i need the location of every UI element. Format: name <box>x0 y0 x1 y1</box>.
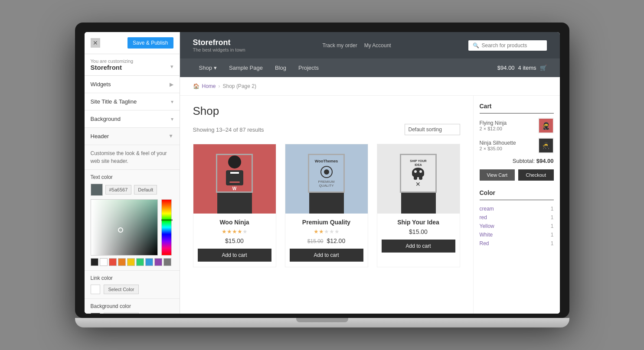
product-woo-ninja-image: W <box>193 144 276 214</box>
menu-item-site-title[interactable]: Site Title & Tagline ▾ <box>85 93 180 110</box>
breadcrumb-sep: › <box>219 83 220 89</box>
swatch-blue[interactable] <box>145 258 153 266</box>
subtotal-row: Subtotal: $94.00 <box>480 158 554 164</box>
cart-item-flying-ninja-img: 🥷 <box>538 118 554 133</box>
checkout-button[interactable]: Checkout <box>518 169 554 181</box>
menu-item-header[interactable]: Header ▲ <box>85 128 180 145</box>
link-color-label: Link color <box>91 275 173 281</box>
star-1: ★ <box>222 228 227 235</box>
breadcrumb: 🏠 Home › Shop (Page 2) <box>180 77 560 96</box>
star-3: ★ <box>232 228 237 235</box>
bg-color-swatch[interactable] <box>91 313 100 314</box>
close-button[interactable]: ✕ <box>91 38 100 48</box>
customizing-section: You are customizing Storefront ▾ <box>85 54 180 76</box>
subtotal-value: $94.00 <box>536 158 554 164</box>
swatch-white[interactable] <box>100 258 108 266</box>
color-name-cream: cream <box>480 206 494 212</box>
menu-shop-arrow: ▾ <box>214 65 217 71</box>
color-name-red: red <box>480 214 487 220</box>
cart-item-flying-ninja-info: Flying Ninja 2 × $12.00 <box>480 120 507 131</box>
customizing-label: You are customizing <box>91 58 173 64</box>
hue-slider[interactable] <box>161 199 172 256</box>
menu-item-header-label: Header <box>91 133 109 139</box>
search-input[interactable] <box>482 42 543 49</box>
text-color-buttons: #5a6567 Default <box>91 184 173 196</box>
swatch-green[interactable] <box>136 258 144 266</box>
product-ship-your-idea: SHIP YOUR IDEA <box>377 144 460 267</box>
add-to-cart-ship[interactable]: Add to cart <box>382 240 455 253</box>
track-order-link[interactable]: Track my order <box>322 42 357 49</box>
color-count-red: 1 <box>551 214 554 220</box>
add-to-cart-woo-ninja[interactable]: Add to cart <box>198 249 271 262</box>
add-to-cart-premium[interactable]: Add to cart <box>290 249 363 262</box>
menu-sample-page[interactable]: Sample Page <box>223 58 269 77</box>
sort-select[interactable]: Default sortingSort by popularitySort by… <box>405 124 460 135</box>
store-nav-links: Track my order My Account <box>322 42 391 49</box>
swatch-red[interactable] <box>109 258 117 266</box>
cart-info[interactable]: $94.00 4 items 🛒 <box>497 65 547 71</box>
color-picker-area <box>91 199 173 266</box>
breadcrumb-home-link[interactable]: Home <box>202 83 216 89</box>
color-filter-cream[interactable]: cream 1 <box>480 204 554 213</box>
screen-inner: ✕ Save & Publish You are customizing Sto… <box>85 32 560 314</box>
product-woo-ninja-price: $15.00 <box>198 237 271 244</box>
color-name-Red: Red <box>480 240 489 246</box>
customizing-arrow-icon: ▾ <box>170 63 173 70</box>
search-icon: 🔍 <box>473 42 479 49</box>
breadcrumb-current: Shop (Page 2) <box>223 83 256 89</box>
gradient-picker[interactable] <box>91 199 158 256</box>
star-1: ★ <box>314 228 319 235</box>
product-woo-ninja-stars: ★★★★★ <box>198 228 271 235</box>
view-cart-button[interactable]: View Cart <box>480 169 515 181</box>
menu-projects-label: Projects <box>298 65 319 71</box>
menu-projects[interactable]: Projects <box>292 58 325 77</box>
menu-item-background-label: Background <box>91 116 121 122</box>
menu-shop[interactable]: Shop ▾ <box>193 58 223 77</box>
color-filter-Red[interactable]: Red 1 <box>480 239 554 248</box>
color-filter-section: Color cream 1 red 1 Yellow 1 <box>480 189 554 248</box>
swatch-yellow[interactable] <box>127 258 135 266</box>
color-filter-red[interactable]: red 1 <box>480 213 554 222</box>
product-premium-quality-stars: ★★★★★ <box>290 228 363 235</box>
store-navbar: Shop ▾ Sample Page Blog Projects <box>180 58 560 77</box>
cart-item-flying-ninja-name: Flying Ninja <box>480 120 507 126</box>
store-brand: Storefront The best widgets in town <box>193 38 245 52</box>
swatch-orange[interactable] <box>118 258 126 266</box>
menu-item-widgets[interactable]: Widgets ▶ <box>85 76 180 93</box>
bg-select-color-button[interactable]: Select Color <box>104 313 139 314</box>
cart-item-ninja-silhouette-info: Ninja Silhouette 2 × $35.00 <box>480 140 516 151</box>
products-grid: W Woo Ninja ★★★★★ <box>193 144 460 267</box>
star-2: ★ <box>227 228 232 235</box>
shop-title: Shop <box>193 104 460 118</box>
shop-main: Shop Showing 13–24 of 87 results Default… <box>180 96 473 314</box>
product-premium-quality: Sale! WooThemes <box>285 144 368 267</box>
store-menu: Shop ▾ Sample Page Blog Projects <box>193 58 325 77</box>
color-picker-row <box>91 199 173 256</box>
menu-item-site-title-label: Site Title & Tagline <box>91 98 137 105</box>
color-count-Red: 1 <box>551 240 554 246</box>
link-select-color-button[interactable]: Select Color <box>104 285 139 294</box>
product-ship-your-idea-info: Ship Your Idea $15.00 Add to cart <box>377 214 460 258</box>
cart-total: $94.00 <box>497 65 515 71</box>
save-publish-button[interactable]: Save & Publish <box>127 37 173 49</box>
cart-item-flying-ninja-qty: 2 × $12.00 <box>480 126 507 131</box>
text-color-swatch[interactable] <box>91 184 103 196</box>
menu-item-background[interactable]: Background ▾ <box>85 110 180 128</box>
swatch-gray[interactable] <box>163 258 171 266</box>
swatch-black[interactable] <box>91 258 98 266</box>
breadcrumb-home-icon: 🏠 <box>193 83 199 89</box>
product-ship-your-idea-image: SHIP YOUR IDEA <box>377 144 460 214</box>
color-filter-yellow[interactable]: Yellow 1 <box>480 222 554 230</box>
menu-item-header-arrow: ▲ <box>168 133 173 139</box>
color-swatches-row <box>91 258 173 266</box>
color-code-button[interactable]: #5a6567 <box>105 185 132 194</box>
menu-blog[interactable]: Blog <box>269 58 292 77</box>
swatch-purple[interactable] <box>154 258 162 266</box>
my-account-link[interactable]: My Account <box>364 42 391 49</box>
link-color-control: Link color Select Color <box>85 271 180 299</box>
default-button[interactable]: Default <box>134 185 157 194</box>
header-section: Customise the look & feel of your web si… <box>85 145 180 314</box>
bg-color-label: Background color <box>91 303 173 309</box>
color-filter-white[interactable]: White 1 <box>480 230 554 239</box>
link-color-swatch[interactable] <box>91 285 100 294</box>
